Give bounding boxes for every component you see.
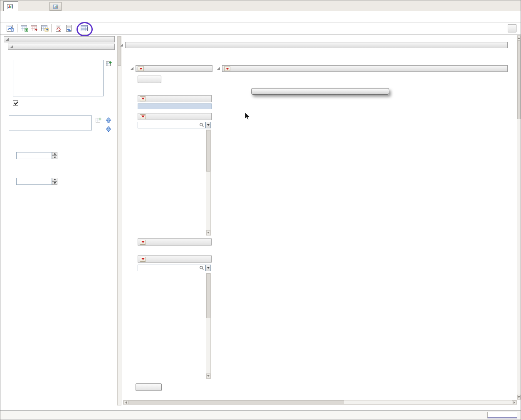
left-panel-scrollbar[interactable] [117,36,121,405]
rerun-icon[interactable] [54,24,64,33]
red-triangle-menu-icon[interactable] [140,240,146,245]
visits-listbox[interactable] [9,115,92,130]
domain-filter-header[interactable] [138,238,212,246]
site-search-box [138,122,205,128]
options-header[interactable] [4,36,115,42]
combine-tables-icon[interactable] [30,24,39,33]
new-data-table-icon[interactable] [20,24,29,33]
report-tab-icon [7,4,13,9]
toolbar-separator [17,24,17,32]
site-filter-header[interactable] [138,113,212,120]
main-vertical-scrollbar[interactable] [517,35,521,400]
alpha-input[interactable] [17,178,52,184]
disclosure-icon[interactable] [217,67,220,70]
main-horizontal-scrollbar[interactable] [123,400,517,405]
red-triangle-menu-icon[interactable] [140,114,146,119]
search-icon [199,265,204,270]
disclosure-icon[interactable] [120,44,123,47]
tab-strip [0,0,521,11]
site-list-scrollbar[interactable] [206,130,211,236]
site-search-input[interactable] [138,123,199,128]
parameter-search-box [138,265,205,271]
country-selected-value[interactable] [138,103,212,109]
clear-button[interactable] [138,76,161,83]
alpha-spinner[interactable] [52,178,57,185]
relaunch-analysis-icon[interactable] [64,24,74,33]
toolbar [0,22,521,34]
red-triangle-menu-icon[interactable] [224,66,230,71]
disclosure-icon[interactable] [131,67,133,70]
tab-screening-bias[interactable] [3,1,18,11]
hover-tooltip [251,88,389,95]
show-data-table-icon[interactable] [79,24,89,33]
distribution-tab-icon [53,4,58,9]
visit-item[interactable] [9,117,91,118]
parameter-search-dropdown[interactable] [205,265,211,271]
country-filter-header[interactable] [138,95,212,102]
search-icon [199,123,204,128]
parameter-search-input[interactable] [138,265,199,270]
disclosure-icon[interactable] [10,45,13,48]
volcano-plot-header[interactable] [222,65,508,72]
disclosure-icon[interactable] [6,38,9,41]
add-visit-icon[interactable] [95,116,102,124]
status-bar [0,410,521,420]
move-up-icon[interactable] [105,116,112,124]
parameter-list-scrollbar[interactable] [206,273,211,379]
parameter-filter-header[interactable] [138,255,212,263]
red-triangle-menu-icon[interactable] [140,96,146,101]
subjects-spinner[interactable] [52,152,57,159]
export-table-icon[interactable] [40,24,49,33]
red-triangle-menu-icon[interactable] [140,257,146,262]
consider-variables-checkbox[interactable] [13,100,18,106]
consider-variables-row[interactable] [13,100,21,106]
and-button[interactable] [136,383,162,391]
tab-distribution[interactable] [49,2,62,11]
study-badge[interactable] [487,412,517,418]
findings-tests-listbox[interactable] [13,60,104,96]
site-search-dropdown[interactable] [205,122,211,128]
mouse-cursor [244,112,251,121]
alpha-stepper [16,178,57,185]
data-header[interactable] [8,44,115,50]
help-button[interactable] [508,24,516,32]
volcano-outline-header[interactable] [125,42,508,48]
toolbar-separator [76,24,76,32]
section-filter-header[interactable] [136,65,212,72]
volcano-plot [221,81,462,284]
red-triangle-menu-icon[interactable] [138,66,144,71]
move-down-icon[interactable] [105,125,112,133]
journal-icon[interactable] [5,24,15,33]
subjects-stepper [16,152,57,159]
subjects-input[interactable] [17,152,52,159]
toolbar-separator [51,24,52,32]
screening-bias-window [0,0,521,420]
add-findings-icon[interactable] [105,60,113,67]
